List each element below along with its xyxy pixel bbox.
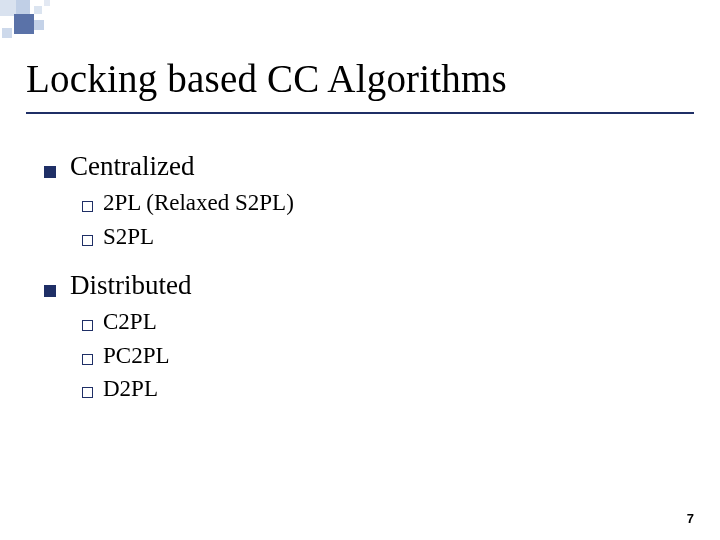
corner-decoration — [0, 0, 120, 40]
page-number: 7 — [687, 511, 694, 526]
item-text: D2PL — [103, 373, 158, 405]
list-item: S2PL — [82, 221, 680, 253]
slide-content: Centralized 2PL (Relaxed S2PL) S2PL Dist… — [44, 140, 680, 405]
list-item: 2PL (Relaxed S2PL) — [82, 187, 680, 219]
square-bullet-icon — [44, 166, 56, 178]
section-label: Centralized — [70, 148, 194, 185]
item-text: C2PL — [103, 306, 157, 338]
title-underline — [26, 112, 694, 114]
hollow-square-bullet-icon — [82, 320, 93, 331]
hollow-square-bullet-icon — [82, 387, 93, 398]
item-text: S2PL — [103, 221, 154, 253]
slide-title: Locking based CC Algorithms — [26, 56, 694, 101]
list-item: D2PL — [82, 373, 680, 405]
hollow-square-bullet-icon — [82, 201, 93, 212]
slide: Locking based CC Algorithms Centralized … — [0, 0, 720, 540]
list-item: PC2PL — [82, 340, 680, 372]
hollow-square-bullet-icon — [82, 235, 93, 246]
section-label: Distributed — [70, 267, 192, 304]
item-text: 2PL (Relaxed S2PL) — [103, 187, 294, 219]
item-text: PC2PL — [103, 340, 169, 372]
list-item: Centralized — [44, 148, 680, 185]
list-item: Distributed — [44, 267, 680, 304]
list-item: C2PL — [82, 306, 680, 338]
square-bullet-icon — [44, 285, 56, 297]
hollow-square-bullet-icon — [82, 354, 93, 365]
